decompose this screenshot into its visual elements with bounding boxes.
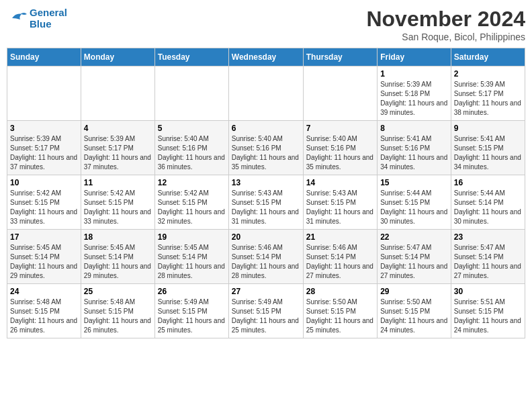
calendar-week-row: 3Sunrise: 5:39 AM Sunset: 5:17 PM Daylig… — [7, 121, 525, 175]
day-number: 6 — [232, 124, 300, 133]
day-info: Sunrise: 5:41 AM Sunset: 5:16 PM Dayligh… — [380, 134, 448, 172]
day-number: 22 — [380, 232, 448, 242]
calendar-cell: 5Sunrise: 5:40 AM Sunset: 5:16 PM Daylig… — [154, 121, 228, 175]
day-info: Sunrise: 5:41 AM Sunset: 5:15 PM Dayligh… — [454, 134, 522, 172]
calendar-cell: 14Sunrise: 5:43 AM Sunset: 5:15 PM Dayli… — [303, 175, 377, 230]
calendar-cell: 10Sunrise: 5:42 AM Sunset: 5:15 PM Dayli… — [7, 175, 81, 230]
day-info: Sunrise: 5:46 AM Sunset: 5:14 PM Dayligh… — [232, 243, 300, 281]
day-info: Sunrise: 5:43 AM Sunset: 5:15 PM Dayligh… — [232, 189, 300, 226]
day-info: Sunrise: 5:50 AM Sunset: 5:15 PM Dayligh… — [306, 298, 374, 335]
day-info: Sunrise: 5:42 AM Sunset: 5:15 PM Dayligh… — [84, 189, 152, 226]
day-number: 21 — [306, 232, 374, 242]
weekday-header: Tuesday — [154, 48, 228, 66]
day-number: 25 — [84, 287, 152, 296]
day-number: 29 — [380, 287, 448, 296]
day-info: Sunrise: 5:39 AM Sunset: 5:17 PM Dayligh… — [84, 134, 152, 172]
day-info: Sunrise: 5:40 AM Sunset: 5:16 PM Dayligh… — [232, 134, 300, 172]
calendar-week-row: 10Sunrise: 5:42 AM Sunset: 5:15 PM Dayli… — [7, 175, 525, 230]
day-number: 26 — [158, 287, 226, 296]
weekday-header: Monday — [81, 48, 154, 66]
calendar-cell: 18Sunrise: 5:45 AM Sunset: 5:14 PM Dayli… — [81, 230, 154, 284]
day-info: Sunrise: 5:46 AM Sunset: 5:14 PM Dayligh… — [306, 243, 374, 281]
calendar-table: SundayMondayTuesdayWednesdayThursdayFrid… — [7, 48, 525, 338]
day-number: 16 — [454, 178, 522, 187]
day-number: 7 — [306, 124, 374, 133]
day-info: Sunrise: 5:49 AM Sunset: 5:15 PM Dayligh… — [158, 298, 226, 335]
calendar-cell: 24Sunrise: 5:48 AM Sunset: 5:15 PM Dayli… — [7, 284, 81, 338]
day-number: 1 — [380, 69, 448, 79]
day-number: 2 — [454, 69, 522, 79]
day-info: Sunrise: 5:48 AM Sunset: 5:15 PM Dayligh… — [10, 298, 78, 335]
calendar-cell: 30Sunrise: 5:51 AM Sunset: 5:15 PM Dayli… — [451, 284, 525, 338]
logo: General Blue — [7, 7, 67, 30]
day-number: 12 — [158, 178, 226, 187]
day-info: Sunrise: 5:45 AM Sunset: 5:14 PM Dayligh… — [10, 243, 78, 281]
day-info: Sunrise: 5:47 AM Sunset: 5:14 PM Dayligh… — [454, 243, 522, 281]
weekday-header-row: SundayMondayTuesdayWednesdayThursdayFrid… — [7, 48, 525, 66]
day-info: Sunrise: 5:44 AM Sunset: 5:14 PM Dayligh… — [454, 189, 522, 226]
title-block: November 2024 San Roque, Bicol, Philippi… — [366, 7, 525, 42]
calendar-cell: 28Sunrise: 5:50 AM Sunset: 5:15 PM Dayli… — [303, 284, 377, 338]
day-info: Sunrise: 5:44 AM Sunset: 5:15 PM Dayligh… — [380, 189, 448, 226]
logo-text: General Blue — [30, 7, 67, 30]
location-subtitle: San Roque, Bicol, Philippines — [366, 32, 525, 42]
calendar-week-row: 24Sunrise: 5:48 AM Sunset: 5:15 PM Dayli… — [7, 284, 525, 338]
calendar-cell: 17Sunrise: 5:45 AM Sunset: 5:14 PM Dayli… — [7, 230, 81, 284]
calendar-cell: 20Sunrise: 5:46 AM Sunset: 5:14 PM Dayli… — [228, 230, 303, 284]
weekday-header: Friday — [378, 48, 451, 66]
day-info: Sunrise: 5:40 AM Sunset: 5:16 PM Dayligh… — [158, 134, 226, 172]
day-number: 18 — [84, 232, 152, 242]
day-info: Sunrise: 5:42 AM Sunset: 5:15 PM Dayligh… — [10, 189, 78, 226]
day-number: 23 — [454, 232, 522, 242]
day-info: Sunrise: 5:39 AM Sunset: 5:17 PM Dayligh… — [454, 80, 522, 118]
calendar-cell: 16Sunrise: 5:44 AM Sunset: 5:14 PM Dayli… — [451, 175, 525, 230]
day-info: Sunrise: 5:40 AM Sunset: 5:16 PM Dayligh… — [306, 134, 374, 172]
weekday-header: Saturday — [451, 48, 525, 66]
calendar-cell: 22Sunrise: 5:47 AM Sunset: 5:14 PM Dayli… — [378, 230, 451, 284]
day-info: Sunrise: 5:49 AM Sunset: 5:15 PM Dayligh… — [232, 298, 300, 335]
day-number: 19 — [158, 232, 226, 242]
calendar-cell: 9Sunrise: 5:41 AM Sunset: 5:15 PM Daylig… — [451, 121, 525, 175]
day-info: Sunrise: 5:45 AM Sunset: 5:14 PM Dayligh… — [158, 243, 226, 281]
calendar-cell: 2Sunrise: 5:39 AM Sunset: 5:17 PM Daylig… — [451, 66, 525, 121]
day-info: Sunrise: 5:51 AM Sunset: 5:15 PM Dayligh… — [454, 298, 522, 335]
day-info: Sunrise: 5:50 AM Sunset: 5:15 PM Dayligh… — [380, 298, 448, 335]
day-number: 10 — [10, 178, 78, 187]
calendar-cell: 26Sunrise: 5:49 AM Sunset: 5:15 PM Dayli… — [154, 284, 228, 338]
calendar-cell: 27Sunrise: 5:49 AM Sunset: 5:15 PM Dayli… — [228, 284, 303, 338]
calendar-cell: 12Sunrise: 5:42 AM Sunset: 5:15 PM Dayli… — [154, 175, 228, 230]
calendar-cell: 29Sunrise: 5:50 AM Sunset: 5:15 PM Dayli… — [378, 284, 451, 338]
day-info: Sunrise: 5:42 AM Sunset: 5:15 PM Dayligh… — [158, 189, 226, 226]
day-number: 13 — [232, 178, 300, 187]
day-number: 8 — [380, 124, 448, 133]
calendar-cell — [303, 66, 377, 121]
day-number: 24 — [10, 287, 78, 296]
calendar-cell: 6Sunrise: 5:40 AM Sunset: 5:16 PM Daylig… — [228, 121, 303, 175]
calendar-cell: 1Sunrise: 5:39 AM Sunset: 5:18 PM Daylig… — [378, 66, 451, 121]
month-title: November 2024 — [366, 7, 525, 32]
calendar-cell: 13Sunrise: 5:43 AM Sunset: 5:15 PM Dayli… — [228, 175, 303, 230]
calendar-week-row: 17Sunrise: 5:45 AM Sunset: 5:14 PM Dayli… — [7, 230, 525, 284]
weekday-header: Thursday — [303, 48, 377, 66]
day-info: Sunrise: 5:43 AM Sunset: 5:15 PM Dayligh… — [306, 189, 374, 226]
calendar-cell: 21Sunrise: 5:46 AM Sunset: 5:14 PM Dayli… — [303, 230, 377, 284]
day-number: 5 — [158, 124, 226, 133]
day-number: 28 — [306, 287, 374, 296]
day-info: Sunrise: 5:39 AM Sunset: 5:17 PM Dayligh… — [10, 134, 78, 172]
calendar-cell: 25Sunrise: 5:48 AM Sunset: 5:15 PM Dayli… — [81, 284, 154, 338]
day-number: 11 — [84, 178, 152, 187]
day-number: 27 — [232, 287, 300, 296]
calendar-cell: 19Sunrise: 5:45 AM Sunset: 5:14 PM Dayli… — [154, 230, 228, 284]
day-number: 17 — [10, 232, 78, 242]
day-info: Sunrise: 5:39 AM Sunset: 5:18 PM Dayligh… — [380, 80, 448, 118]
weekday-header: Sunday — [7, 48, 81, 66]
day-number: 30 — [454, 287, 522, 296]
logo-icon — [7, 10, 27, 26]
calendar-week-row: 1Sunrise: 5:39 AM Sunset: 5:18 PM Daylig… — [7, 66, 525, 121]
page-header: General Blue November 2024 San Roque, Bi… — [7, 7, 525, 42]
day-number: 14 — [306, 178, 374, 187]
calendar-cell: 4Sunrise: 5:39 AM Sunset: 5:17 PM Daylig… — [81, 121, 154, 175]
calendar-cell — [154, 66, 228, 121]
day-number: 3 — [10, 124, 78, 133]
calendar-cell: 23Sunrise: 5:47 AM Sunset: 5:14 PM Dayli… — [451, 230, 525, 284]
